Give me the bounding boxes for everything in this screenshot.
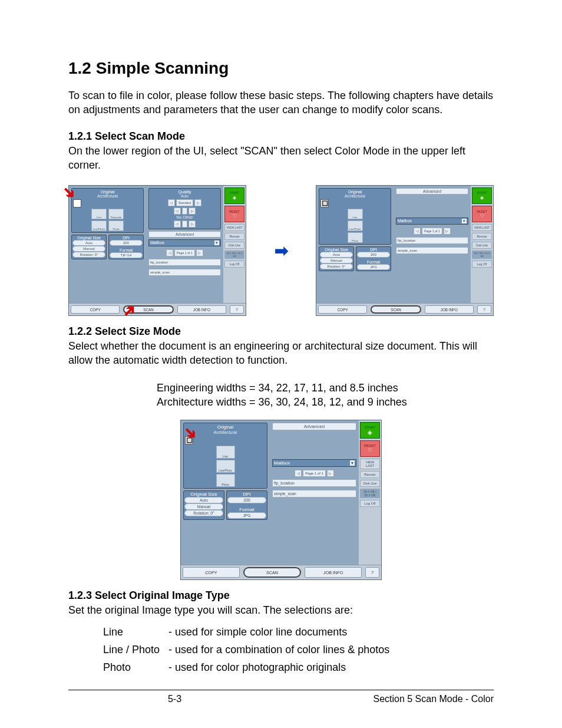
reset-icon: ♡ (233, 213, 237, 219)
list-simplescan[interactable]: simple_scan (148, 269, 221, 276)
thumb-line[interactable]: Line (216, 446, 235, 459)
ui-screenshot-color: Original Architectural 🔲 Line Line/Photo… (316, 185, 494, 316)
width-listing: Engineering widths = 34, 22, 17, 11, and… (157, 381, 494, 410)
stepper-value: Standard (176, 199, 193, 206)
mailbox-dropdown[interactable]: Mailbox▾ (148, 239, 221, 246)
format-value[interactable]: TIF G4 (110, 252, 143, 258)
image-type-list: Line- used for simple color line documen… (101, 622, 391, 677)
rescan-button[interactable]: Rescan (224, 233, 244, 240)
start-button[interactable]: START◈ (224, 187, 244, 204)
page-footer: 5-3 Section 5 Scan Mode - Color (68, 690, 494, 704)
page-indicator: Page 1 of 1 (174, 249, 195, 256)
diskuse-button[interactable]: Disk Use (224, 242, 244, 249)
heading-1-2: 1.2 Simple Scanning (68, 59, 494, 78)
arrow-right-icon: ➡ (275, 241, 288, 261)
thumb-linephoto[interactable]: Line/Photo (216, 460, 235, 473)
heading-1-2-1: 1.2.1 Select Scan Mode (68, 130, 494, 143)
label-quality-auto: Auto (150, 194, 219, 198)
jobinfo-tab[interactable]: JOB INFO (177, 305, 226, 314)
ui-screenshot-bw: ➔ Original Architectural Line Grayscale (68, 185, 246, 316)
label-original: Original (73, 190, 142, 194)
footer-page: 5-3 (68, 694, 281, 704)
mode-checkbox-color[interactable]: 🔲 (320, 199, 329, 207)
label-format: Format (110, 248, 143, 252)
thumb-grayscale[interactable]: Grayscale (108, 209, 124, 219)
thumb-linephoto[interactable]: Line/Photo (91, 220, 107, 231)
help-button[interactable]: ? (230, 305, 244, 314)
pill-rotation[interactable]: Rotation: 0° (72, 252, 105, 258)
figure-row-121: ➔ Original Architectural Line Grayscale (68, 185, 494, 316)
thumb-photo[interactable]: Photo (216, 474, 235, 487)
heading-1-2-3: 1.2.3 Select Original Image Type (68, 589, 494, 602)
dpi-value[interactable]: 200 (110, 240, 143, 246)
thumb-photo[interactable]: Photo (108, 220, 124, 231)
disk-readout: 39.4 GB / 55.9 GB (224, 251, 244, 259)
advanced-button[interactable]: Advanced (148, 231, 221, 238)
label-quality: Quality (150, 190, 219, 194)
p-1-2-3: Set the original Image type you will sca… (68, 603, 494, 617)
scan-tab[interactable]: SCAN (123, 305, 173, 314)
pill-manual[interactable]: Manual (72, 246, 105, 252)
label-noother: No Other (150, 215, 219, 219)
ui-screenshot-size: ➔ Original Architectural 🔲 Line Line/Pho… (180, 420, 382, 580)
viewlast-button[interactable]: VIEW LAST (224, 224, 244, 231)
start-icon: ◈ (233, 195, 236, 200)
list-ftp[interactable]: ftp_location (148, 259, 221, 266)
stepper-right[interactable]: ▷ (194, 199, 201, 206)
heading-1-2-2: 1.2.2 Select Size Mode (68, 325, 494, 338)
p-1-2-2: Select whether the document is an engine… (68, 339, 494, 368)
pill-auto[interactable]: Auto (72, 240, 105, 246)
stepper-left[interactable]: ◁ (168, 199, 175, 206)
label-original-size: Original Size (77, 236, 101, 240)
thumb-line[interactable]: Line (91, 209, 107, 219)
copy-tab[interactable]: COPY (71, 305, 120, 314)
reset-button[interactable]: RESET♡ (224, 206, 244, 222)
label-dpi: DPI (123, 236, 130, 240)
original-thumbs: Line Grayscale (73, 209, 142, 219)
p-1-2-1: On the lower region of the UI, select "S… (68, 144, 494, 173)
logoff-button[interactable]: Log Off (224, 261, 244, 268)
mode-checkbox-bw[interactable] (73, 199, 81, 207)
intro-paragraph: To scan to file in color, please follow … (68, 88, 494, 117)
label-architectural: Architectural (73, 194, 142, 198)
footer-section: Section 5 Scan Mode - Color (281, 694, 494, 704)
